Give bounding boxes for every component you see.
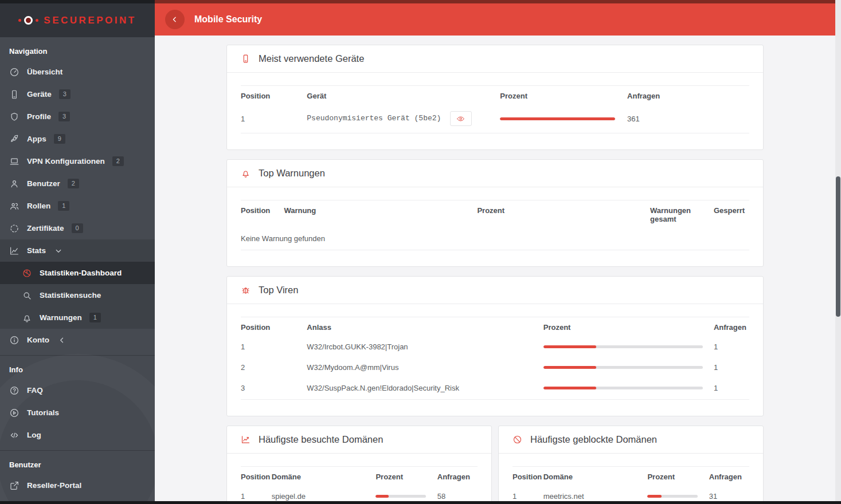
smartphone-icon — [241, 54, 251, 64]
sidebar-item-profile[interactable]: Profile 3 — [0, 105, 155, 128]
sidebar-item-statistiken-dashboard[interactable]: Statistiken-Dashboard — [0, 262, 155, 284]
smartphone-icon — [9, 89, 19, 100]
cell-percent — [500, 106, 627, 133]
brand-name: SECUREPOINT — [44, 15, 136, 26]
col-header-position: Position — [241, 86, 307, 107]
laptop-icon — [9, 156, 19, 167]
card-blocked-domains: Häufigste geblockte Domänen Position Dom… — [498, 426, 764, 504]
cell-device: Pseudonymisiertes Gerät (5be2) — [307, 106, 500, 133]
pie-chart-icon — [22, 268, 32, 278]
bell-icon — [22, 313, 32, 323]
sidebar-item-tutorials[interactable]: Tutorials — [0, 401, 155, 424]
logo-dot-icon — [18, 19, 21, 22]
sidebar-item-konto[interactable]: Konto — [0, 329, 155, 351]
sidebar-info-group: Info FAQ Tutorials Log — [0, 355, 155, 446]
sidebar-item-label: Übersicht — [27, 68, 62, 76]
progress-bar — [543, 345, 703, 348]
progress-bar — [375, 495, 426, 498]
sidebar-item-benutzer[interactable]: Benutzer 2 — [0, 172, 155, 195]
sidebar-item-label: Benutzer — [27, 179, 60, 188]
col-header-anfragen: Anfragen — [627, 86, 749, 107]
topbar: Mobile Security — [155, 0, 835, 36]
col-header-prozent: Prozent — [543, 317, 714, 338]
logo-dot-icon — [36, 19, 38, 22]
card-title: Häufigste geblockte Domänen — [530, 434, 657, 445]
card-devices-header: Meist verwendete Geräte — [227, 45, 763, 73]
main-area: Mobile Security Meist verwendete Geräte — [155, 0, 835, 504]
col-header-prozent: Prozent — [647, 467, 709, 487]
count-badge: 3 — [58, 112, 70, 121]
progress-bar — [647, 495, 698, 498]
scrollbar-track[interactable] — [835, 0, 841, 504]
table-row: 2 W32/Mydoom.A@mm|Virus 1 — [241, 358, 749, 379]
cell-virus-name: W32/SuspPack.N.gen!Eldorado|Security_Ris… — [307, 379, 543, 400]
card-warnings: Top Warnungen Position Warnung Prozent W… — [226, 159, 764, 267]
line-chart-icon — [241, 435, 251, 444]
play-circle-icon — [9, 408, 19, 418]
count-badge: 3 — [59, 89, 71, 99]
code-icon — [9, 430, 19, 440]
cell-position: 1 — [241, 106, 307, 133]
table-row: 1 Pseudonymisiertes Gerät (5be2) — [241, 106, 749, 133]
sidebar-item-uebersicht[interactable]: Übersicht — [0, 61, 155, 83]
card-title: Häufigste besuchte Domänen — [259, 434, 383, 445]
sidebar-item-warnungen[interactable]: Warnungen 1 — [0, 306, 155, 329]
sidebar-item-log[interactable]: Log — [0, 424, 155, 446]
sidebar-item-faq[interactable]: FAQ — [0, 379, 155, 401]
sidebar-item-label: Konto — [27, 336, 49, 344]
external-link-icon — [9, 481, 19, 491]
cell-percent — [543, 337, 714, 358]
progress-bar — [543, 387, 703, 389]
chevron-left-icon — [57, 335, 67, 345]
shield-icon — [9, 112, 19, 122]
brand-logo[interactable]: SECUREPOINT — [0, 0, 155, 37]
viruses-table: Position Anlass Prozent Anfragen 1 W32/I… — [241, 317, 749, 400]
sidebar-user-group: Benutzer Reseller-Portal Abmelden — [0, 450, 155, 504]
page-title: Mobile Security — [194, 14, 262, 25]
col-header-position: Position — [241, 317, 307, 338]
dashed-circle-icon — [9, 223, 19, 234]
user-icon — [9, 179, 19, 189]
device-name: Pseudonymisiertes Gerät (5be2) — [307, 114, 441, 123]
count-badge: 9 — [54, 134, 65, 144]
back-button[interactable] — [165, 10, 185, 29]
sidebar-section-benutzer: Benutzer — [0, 451, 155, 474]
sidebar-item-label: FAQ — [27, 386, 43, 395]
warnings-table: Position Warnung Prozent Warnungen gesam… — [241, 200, 749, 250]
view-device-button[interactable] — [450, 111, 472, 126]
sidebar-item-rollen[interactable]: Rollen 1 — [0, 195, 155, 217]
sidebar-item-zertifikate[interactable]: Zertifikate 0 — [0, 217, 155, 239]
sidebar-item-apps[interactable]: Apps 9 — [0, 128, 155, 150]
col-header-position: Position — [513, 467, 543, 487]
card-blocked-domains-header: Häufigste geblockte Domänen — [499, 426, 763, 454]
cell-virus-name: W32/Mydoom.A@mm|Virus — [307, 358, 543, 379]
sidebar-item-vpn-konfigurationen[interactable]: VPN Konfigurationen 2 — [0, 150, 155, 172]
blocked-domains-table: Position Domäne Prozent Anfragen 1 — [513, 466, 749, 504]
scrollbar-thumb[interactable] — [836, 176, 840, 317]
sidebar-item-label: Geräte — [27, 90, 52, 99]
sidebar-item-label: Warnungen — [40, 313, 82, 322]
ban-icon — [513, 435, 522, 444]
col-header-geraet: Gerät — [307, 86, 500, 107]
col-header-position: Position — [241, 467, 272, 487]
card-visited-domains: Häufigste besuchte Domänen Position Domä… — [226, 426, 492, 504]
card-title: Top Viren — [259, 285, 298, 296]
users-icon — [9, 201, 19, 211]
sidebar-section-info: Info — [0, 356, 155, 379]
sidebar-item-reseller-portal[interactable]: Reseller-Portal — [0, 474, 155, 497]
count-badge: 2 — [112, 156, 124, 166]
sidebar-section-navigation: Navigation — [0, 37, 155, 61]
cell-position: 1 — [241, 337, 307, 358]
col-header-anfragen: Anfragen — [437, 467, 478, 487]
sidebar-item-stats[interactable]: Stats — [0, 239, 155, 262]
sidebar-item-statistikensuche[interactable]: Statistikensuche — [0, 284, 155, 306]
rocket-icon — [9, 134, 19, 144]
table-row: 3 W32/SuspPack.N.gen!Eldorado|Security_R… — [241, 379, 749, 400]
sidebar-item-label: Zertifikate — [27, 224, 64, 233]
sidebar-stats-group: Stats Statistiken-Dashboard Statistikens… — [0, 239, 155, 329]
count-badge: 0 — [72, 223, 83, 233]
bell-icon — [241, 168, 251, 178]
cell-percent — [543, 379, 714, 400]
sidebar-item-geraete[interactable]: Geräte 3 — [0, 83, 155, 105]
sidebar-item-label: VPN Konfigurationen — [27, 157, 105, 166]
